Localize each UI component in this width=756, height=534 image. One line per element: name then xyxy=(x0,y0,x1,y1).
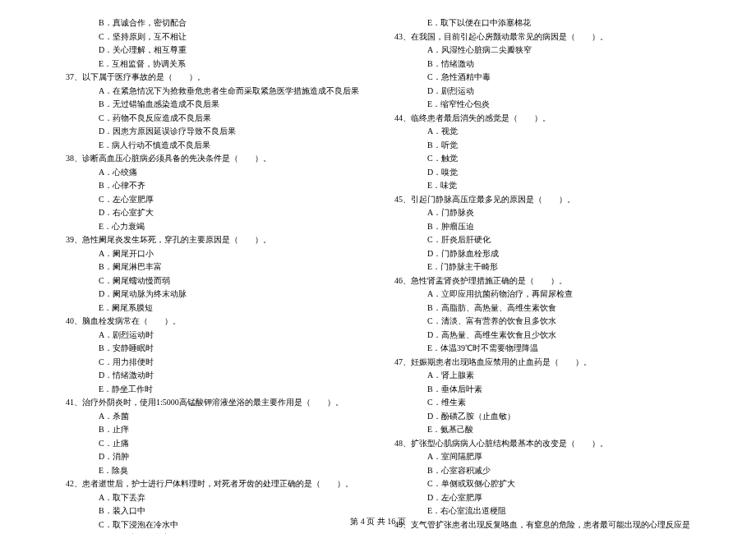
option: B．心室容积减少 xyxy=(411,464,707,478)
option: D．情绪激动时 xyxy=(82,369,378,383)
option: B．听觉 xyxy=(411,139,707,153)
option: C．坚持原则，互不相让 xyxy=(82,30,378,44)
option: D．阑尾动脉为终末动脉 xyxy=(82,288,378,302)
option: A．杀菌 xyxy=(82,410,378,424)
option: A．阑尾开口小 xyxy=(82,247,378,261)
option: C．左心室肥厚 xyxy=(82,193,378,207)
option: B．安静睡眠时 xyxy=(82,342,378,356)
option: A．立即应用抗菌药物治疗，再留尿检查 xyxy=(411,288,707,302)
page-footer: 第 4 页 共 16 页 xyxy=(0,516,756,527)
option: A．视觉 xyxy=(411,125,707,139)
option: E．缩窄性心包炎 xyxy=(411,98,707,112)
option: A．剧烈运动时 xyxy=(82,329,378,343)
option: D．因患方原因延误诊疗导致不良后果 xyxy=(82,125,378,139)
option: D．高热量、高维生素饮食且少饮水 xyxy=(411,329,707,343)
option: C．肝炎后肝硬化 xyxy=(411,233,707,247)
option: C．药物不良反应造成不良后果 xyxy=(82,112,378,126)
option: E．静坐工作时 xyxy=(82,383,378,397)
option: E．除臭 xyxy=(82,464,378,478)
question-stem: 48、扩张型心肌病病人心脏结构最基本的改变是（ ）。 xyxy=(411,437,707,451)
option: E．味觉 xyxy=(411,179,707,193)
option: B．垂体后叶素 xyxy=(411,383,707,397)
question-stem: 38、诊断高血压心脏病必须具备的先决条件是（ ）。 xyxy=(82,152,378,166)
option: A．风湿性心脏病二尖瓣狭窄 xyxy=(411,44,707,58)
option: D．左心室肥厚 xyxy=(411,491,707,505)
option: D．剧烈运动 xyxy=(411,85,707,99)
question-stem: 37、以下属于医疗事故的是（ ）。 xyxy=(82,71,378,85)
option: D．嗅觉 xyxy=(411,166,707,180)
question-stem: 45、引起门静脉高压症最多见的原因是（ ）。 xyxy=(411,193,707,207)
option: E．体温39℃时不需要物理降温 xyxy=(411,342,707,356)
option: E．心力衰竭 xyxy=(82,220,378,234)
option: B．情绪激动 xyxy=(411,58,707,71)
option: B．高脂肪、高热量、高维生素饮食 xyxy=(411,302,707,315)
option: C．触觉 xyxy=(411,152,707,166)
question-stem: 46、急性肾盂肾炎护理措施正确的是（ ）。 xyxy=(411,274,707,288)
option: A．取下丢弃 xyxy=(82,491,378,505)
question-stem: 42、患者逝世后，护士进行尸体料理时，对死者牙齿的处理正确的是（ ）。 xyxy=(82,477,378,491)
option: A．室间隔肥厚 xyxy=(411,450,707,464)
option: C．维生素 xyxy=(411,396,707,410)
option: C．止痛 xyxy=(82,437,378,451)
option: C．急性酒精中毒 xyxy=(411,71,707,85)
option: B．阑尾淋巴丰富 xyxy=(82,260,378,274)
option: E．互相监督，协调关系 xyxy=(82,58,378,71)
option: B．无过错输血感染造成不良后果 xyxy=(82,98,378,112)
question-stem: 47、妊娠期患者出现咯血应禁用的止血药是（ ）。 xyxy=(411,356,707,370)
option: A．门静脉炎 xyxy=(411,206,707,220)
option: A．心绞痛 xyxy=(82,166,378,180)
option: C．单侧或双侧心腔扩大 xyxy=(411,477,707,491)
option: C．用力排便时 xyxy=(82,356,378,370)
option: D．关心理解，相互尊重 xyxy=(82,44,378,58)
question-stem: 39、急性阑尾炎发生坏死，穿孔的主要原因是（ ）。 xyxy=(82,233,378,247)
option: C．阑尾蠕动慢而弱 xyxy=(82,274,378,288)
right-column: E．取下以便在口中添塞棉花43、在我国，目前引起心房颤动最常见的病因是（ ）。A… xyxy=(411,16,707,501)
option: E．取下以便在口中添塞棉花 xyxy=(411,16,707,30)
option: D．门静脉血栓形成 xyxy=(411,247,707,261)
option: E．阑尾系膜短 xyxy=(82,302,378,315)
question-stem: 43、在我国，目前引起心房颤动最常见的病因是（ ）。 xyxy=(411,30,707,44)
option: A．在紧急情况下为抢救垂危患者生命而采取紧急医学措施造成不良后果 xyxy=(82,85,378,99)
option: A．肾上腺素 xyxy=(411,369,707,383)
question-stem: 44、临终患者最后消失的感觉是（ ）。 xyxy=(411,112,707,126)
question-stem: 41、治疗外阴炎时，使用1:5000高锰酸钾溶液坐浴的最主要作用是（ ）。 xyxy=(82,396,378,410)
left-column: B．真诚合作，密切配合C．坚持原则，互不相让D．关心理解，相互尊重E．互相监督，… xyxy=(82,16,378,501)
option: B．真诚合作，密切配合 xyxy=(82,16,378,30)
option: B．止痒 xyxy=(82,423,378,437)
option: E．氨基己酸 xyxy=(411,423,707,437)
option: D．消肿 xyxy=(82,450,378,464)
option: B．心律不齐 xyxy=(82,179,378,193)
option: E．门静脉主干畸形 xyxy=(411,260,707,274)
option: B．肿瘤压迫 xyxy=(411,220,707,234)
option: D．酚磺乙胺（止血敏） xyxy=(411,410,707,424)
option: D．右心室扩大 xyxy=(82,206,378,220)
question-stem: 40、脑血栓发病常在（ ）。 xyxy=(82,315,378,329)
option: C．清淡、富有营养的饮食且多饮水 xyxy=(411,315,707,329)
option: E．病人行动不慎造成不良后果 xyxy=(82,139,378,153)
